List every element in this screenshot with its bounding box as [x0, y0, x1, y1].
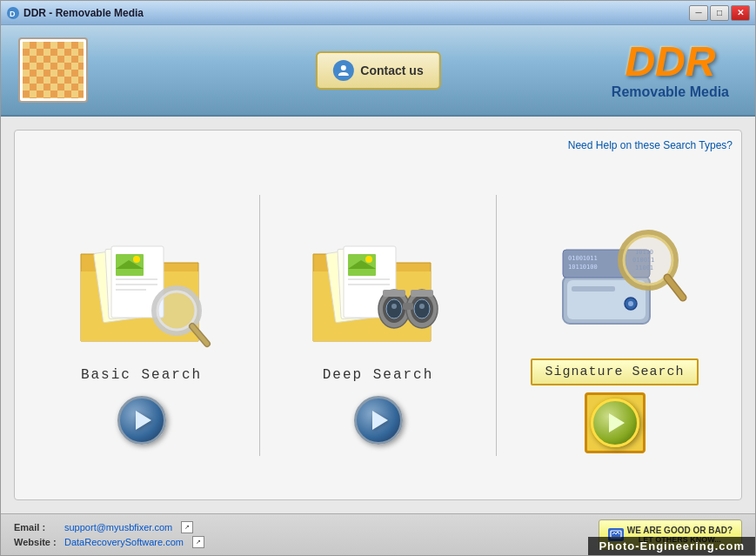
website-row: Website : DataRecoverySoftware.com ↗ [14, 536, 599, 548]
signature-search-label: Signature Search [531, 358, 698, 385]
svg-text:D: D [10, 10, 16, 18]
email-row: Email : support@myusbfixer.com ↗ [14, 521, 599, 533]
watermark: Photo-Engineering.com [588, 537, 755, 555]
signature-play-outer [585, 392, 646, 453]
website-ext-icon: ↗ [192, 536, 204, 548]
svg-text:10110: 10110 [635, 249, 653, 256]
close-button[interactable]: ✕ [731, 5, 750, 21]
brand-name: DDR [612, 41, 729, 83]
maximize-button[interactable]: □ [710, 5, 729, 21]
title-bar: D DDR - Removable Media ─ □ ✕ [1, 1, 755, 25]
svg-rect-30 [403, 303, 413, 310]
brand-area: DDR Removable Media [612, 41, 729, 100]
header: Contact us DDR Removable Media [1, 25, 755, 117]
logo-checkerboard [23, 42, 84, 98]
svg-point-37 [628, 301, 633, 306]
deep-search-illustration [300, 206, 457, 354]
svg-text:10110100: 10110100 [568, 264, 598, 271]
minimize-button[interactable]: ─ [689, 5, 708, 21]
svg-rect-32 [411, 290, 433, 297]
status-left: Email : support@myusbfixer.com ↗ Website… [14, 521, 599, 548]
svg-text:01001011: 01001011 [568, 255, 598, 262]
contact-us-button[interactable]: Contact us [315, 51, 440, 90]
signature-controls: Signature Search [531, 358, 698, 453]
signature-search-icon-area: 01001011 10110100 10110 010011 11001 [537, 198, 693, 345]
svg-point-19 [365, 256, 372, 263]
main-content: Need Help on these Search Types? [1, 117, 755, 513]
signature-search-play-button[interactable] [591, 399, 639, 447]
title-bar-text: DDR - Removable Media [23, 7, 144, 19]
deep-search-icon-area [300, 206, 457, 354]
basic-search-play-button[interactable] [117, 396, 166, 445]
svg-line-47 [667, 278, 683, 298]
contact-area: Contact us [315, 51, 440, 90]
deep-search-play-button[interactable] [354, 396, 403, 445]
title-bar-buttons: ─ □ ✕ [689, 5, 750, 21]
svg-rect-35 [572, 286, 615, 291]
deep-search-label: Deep Search [323, 367, 434, 383]
svg-point-29 [419, 304, 425, 309]
svg-point-7 [133, 256, 140, 263]
search-options: Basic Search [23, 160, 733, 491]
svg-point-28 [391, 304, 397, 309]
contact-button-label: Contact us [360, 64, 423, 77]
app-icon: D [6, 6, 20, 20]
feedback-line1: WE ARE GOOD OR BAD? [627, 526, 733, 535]
title-bar-left: D DDR - Removable Media [6, 6, 144, 20]
basic-search-illustration [64, 206, 220, 354]
help-text[interactable]: Need Help on these Search Types? [23, 139, 733, 151]
email-label: Email : [14, 522, 57, 533]
svg-point-2 [340, 65, 345, 70]
signature-search-illustration: 01001011 10110100 10110 010011 11001 [537, 198, 693, 345]
basic-search-label: Basic Search [81, 367, 202, 383]
website-label: Website : [14, 537, 57, 547]
contact-icon [332, 60, 353, 81]
brand-sub: Removable Media [612, 84, 729, 100]
svg-text:11001: 11001 [635, 265, 653, 271]
svg-text:010011: 010011 [632, 257, 654, 264]
email-link[interactable]: support@myusbfixer.com [64, 522, 172, 533]
svg-rect-31 [383, 290, 405, 297]
email-ext-icon: ↗ [181, 521, 193, 533]
basic-search-option: Basic Search [23, 189, 259, 462]
website-link[interactable]: DataRecoverySoftware.com [64, 537, 184, 547]
app-logo [18, 37, 88, 103]
deep-search-option: Deep Search [260, 189, 496, 462]
signature-search-option: 01001011 10110100 10110 010011 11001 [497, 180, 733, 471]
basic-search-icon-area [64, 206, 220, 354]
main-window: D DDR - Removable Media ─ □ ✕ Contact us [0, 0, 756, 556]
content-panel: Need Help on these Search Types? [14, 130, 742, 500]
